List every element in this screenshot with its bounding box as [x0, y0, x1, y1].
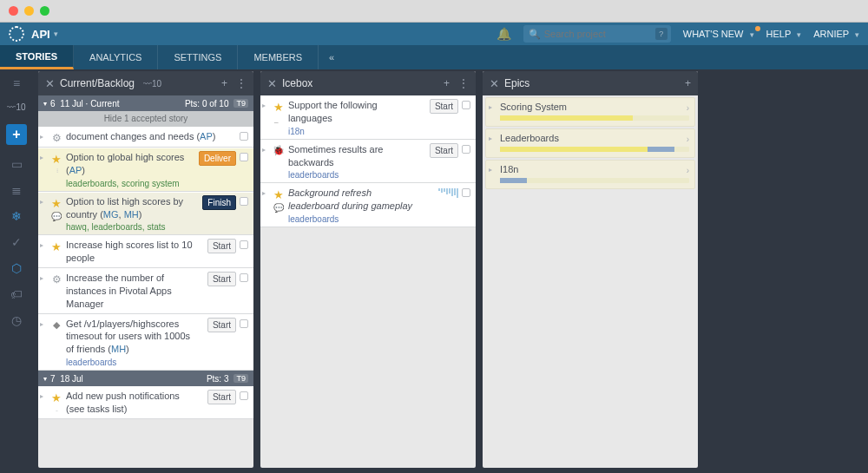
- story-labels[interactable]: i18n: [288, 127, 418, 136]
- panel-current-backlog: ✕ Current/Backlog 〰10 + ⋮ ▾ 6 11 Jul · C…: [38, 71, 253, 468]
- user-menu[interactable]: ARNIEP ▾: [813, 29, 859, 39]
- epics-shield-icon[interactable]: ⬡: [11, 261, 22, 275]
- epic-open-icon[interactable]: ›: [687, 103, 689, 113]
- epic-item[interactable]: ▸ I18n ›: [485, 160, 695, 189]
- add-story-icon[interactable]: +: [444, 77, 450, 89]
- story-checkbox[interactable]: [462, 145, 470, 154]
- expand-story-icon[interactable]: ▸: [262, 189, 269, 224]
- story-labels[interactable]: leaderboards, scoring system: [66, 179, 196, 188]
- story-labels[interactable]: leaderboards: [66, 358, 196, 367]
- start-button[interactable]: Start: [207, 390, 236, 404]
- story-checkbox[interactable]: [240, 391, 248, 400]
- labels-tag-icon[interactable]: 🏷: [10, 287, 23, 301]
- story-item[interactable]: ▸ ★.. Add new push notifications (see ta…: [38, 386, 253, 419]
- panel-menu-icon[interactable]: ⋮: [236, 77, 247, 89]
- start-button[interactable]: Start: [430, 99, 458, 114]
- story-labels[interactable]: leaderboards: [288, 170, 418, 180]
- collapse-toggle-icon[interactable]: ▾: [43, 375, 47, 383]
- expand-story-icon[interactable]: ▸: [40, 274, 47, 311]
- story-checkbox[interactable]: [462, 101, 470, 109]
- hamburger-icon[interactable]: ≡: [13, 76, 20, 90]
- expand-story-icon[interactable]: ▸: [40, 154, 47, 188]
- close-panel-icon[interactable]: ✕: [490, 77, 499, 90]
- expand-story-icon[interactable]: ▸: [40, 241, 47, 265]
- done-check-icon[interactable]: ✓: [11, 235, 22, 249]
- finish-button[interactable]: Finish: [202, 195, 236, 210]
- iteration-header[interactable]: ▾ 6 11 Jul · Current Pts: 0 of 10 T9: [38, 95, 253, 111]
- story-item[interactable]: ▸ ⚙ document changes and needs (AP): [38, 127, 253, 148]
- epic-item[interactable]: ▸ Scoring System ›: [485, 97, 695, 127]
- deliver-button[interactable]: Deliver: [199, 151, 236, 166]
- story-checkbox[interactable]: [240, 132, 248, 141]
- story-item[interactable]: ▸ ★💬 Option to list high scores by count…: [38, 192, 253, 236]
- panel-icebox: ✕ Icebox + ⋮ ▸ ★_ Support the following …: [260, 71, 476, 468]
- my-work-icon[interactable]: ▭: [11, 157, 23, 171]
- story-item[interactable]: ▸ 🐞 Sometimes results are backwards lead…: [260, 140, 476, 184]
- expand-epic-icon[interactable]: ▸: [489, 103, 492, 111]
- whats-new-badge-icon: [755, 26, 760, 31]
- tab-analytics[interactable]: ANALYTICS: [74, 45, 158, 69]
- search-input-wrapper[interactable]: 🔍 ?: [523, 25, 671, 43]
- tab-settings[interactable]: SETTINGS: [158, 45, 238, 69]
- icebox-snowflake-icon[interactable]: ❄: [11, 209, 22, 223]
- search-input[interactable]: [544, 29, 666, 39]
- iteration-header[interactable]: ▾ 7 18 Jul Pts: 3 T9: [38, 371, 253, 386]
- tab-members[interactable]: MEMBERS: [238, 45, 319, 69]
- story-labels[interactable]: hawq, leaderboards, stats: [66, 222, 196, 232]
- story-item[interactable]: ▸ ⚙ Increase the number of instances in …: [38, 268, 253, 314]
- add-story-icon[interactable]: +: [221, 77, 227, 89]
- story-item[interactable]: ▸ ★⁝ Option to global high scores (AP) l…: [38, 148, 253, 192]
- expand-epic-icon[interactable]: ▸: [489, 135, 492, 142]
- help-link[interactable]: HELP ▾: [766, 29, 802, 39]
- estimate-picker[interactable]: [438, 188, 458, 198]
- add-epic-icon[interactable]: +: [685, 77, 691, 89]
- expand-epic-icon[interactable]: ▸: [489, 166, 492, 174]
- project-name[interactable]: API: [31, 28, 50, 41]
- panel-velocity[interactable]: 〰10: [143, 79, 161, 89]
- expand-story-icon[interactable]: ▸: [40, 320, 47, 368]
- panels-icon[interactable]: ≣: [11, 183, 22, 197]
- search-shortcut-hint: ?: [655, 28, 667, 40]
- collapse-tabs-icon[interactable]: «: [319, 45, 345, 69]
- story-checkbox[interactable]: [462, 188, 470, 197]
- expand-story-icon[interactable]: ▸: [262, 146, 269, 181]
- start-button[interactable]: Start: [207, 239, 236, 253]
- add-story-button[interactable]: +: [6, 124, 27, 145]
- chevron-down-icon[interactable]: ▾: [54, 30, 58, 38]
- expand-story-icon[interactable]: ▸: [40, 133, 47, 144]
- story-checkbox[interactable]: [240, 240, 248, 249]
- close-panel-icon[interactable]: ✕: [45, 77, 55, 90]
- close-panel-icon[interactable]: ✕: [267, 77, 277, 90]
- start-button[interactable]: Start: [207, 318, 236, 332]
- start-button[interactable]: Start: [207, 272, 236, 286]
- epic-open-icon[interactable]: ›: [687, 166, 689, 175]
- start-button[interactable]: Start: [430, 143, 458, 158]
- close-window-dot[interactable]: [9, 6, 18, 16]
- story-checkbox[interactable]: [240, 197, 248, 206]
- whats-new-link[interactable]: WHAT'S NEW ▾: [683, 29, 754, 39]
- history-clock-icon[interactable]: ◷: [11, 313, 22, 327]
- story-item[interactable]: ▸ ★_ Support the following languages i18…: [260, 95, 476, 140]
- story-checkbox[interactable]: [240, 273, 248, 282]
- velocity-indicator[interactable]: 〰10: [7, 102, 25, 112]
- notifications-bell-icon[interactable]: 🔔: [496, 27, 511, 41]
- epic-open-icon[interactable]: ›: [687, 135, 689, 144]
- panel-menu-icon[interactable]: ⋮: [458, 77, 469, 89]
- maximize-window-dot[interactable]: [40, 6, 49, 16]
- story-checkbox[interactable]: [240, 319, 248, 328]
- story-labels[interactable]: leaderboards: [288, 214, 418, 224]
- epic-item[interactable]: ▸ Leaderboards ›: [485, 128, 695, 158]
- expand-story-icon[interactable]: ▸: [40, 198, 47, 233]
- collapse-toggle-icon[interactable]: ▾: [43, 100, 47, 108]
- search-icon: 🔍: [529, 29, 541, 40]
- panel-header: ✕ Epics +: [483, 71, 698, 95]
- expand-story-icon[interactable]: ▸: [262, 102, 269, 136]
- hide-accepted-toggle[interactable]: Hide 1 accepted story: [38, 111, 253, 127]
- story-item[interactable]: ▸ ★💬 Background refresh leaderboard duri…: [260, 183, 476, 227]
- tab-stories[interactable]: STORIES: [0, 45, 74, 69]
- story-checkbox[interactable]: [240, 153, 248, 161]
- minimize-window-dot[interactable]: [24, 6, 34, 16]
- story-item[interactable]: ▸ ◆ Get /v1/players/highscores timesout …: [38, 314, 253, 371]
- story-item[interactable]: ▸ ★ Increase high scores list to 10 peop…: [38, 235, 253, 268]
- expand-story-icon[interactable]: ▸: [40, 392, 47, 416]
